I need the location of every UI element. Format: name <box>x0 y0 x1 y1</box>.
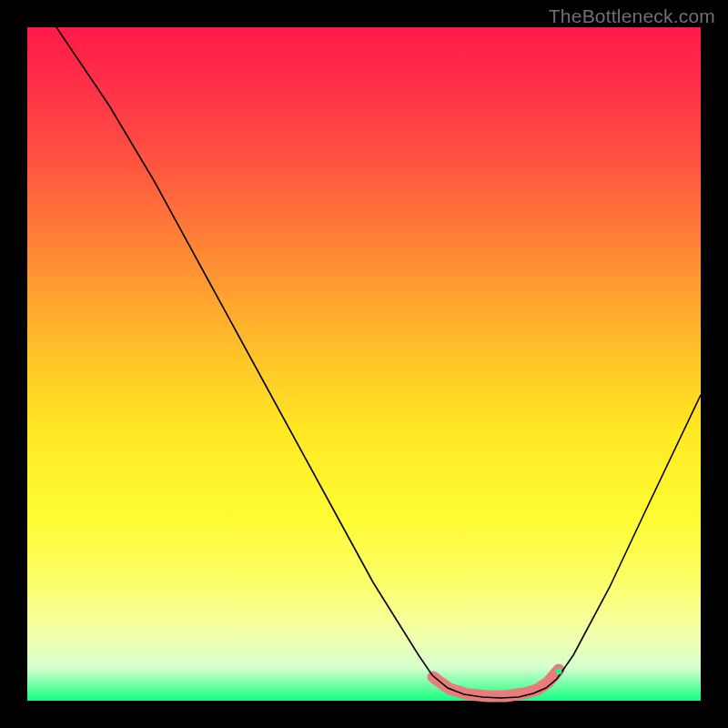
plot-area <box>27 27 701 701</box>
optimal-range-band <box>433 670 559 696</box>
chart-svg <box>27 27 701 701</box>
watermark-text: TheBottleneck.com <box>549 5 715 27</box>
optimal-point-marker <box>556 669 561 674</box>
bottleneck-curve <box>56 27 701 698</box>
